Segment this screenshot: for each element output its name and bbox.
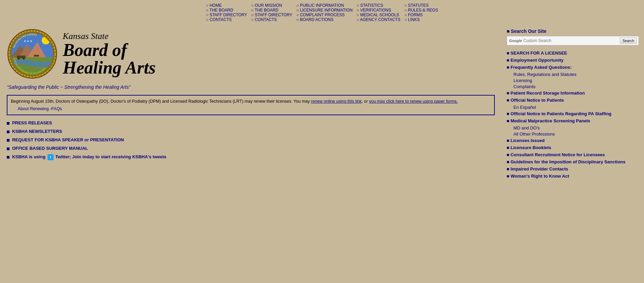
bullet-icon: [7, 122, 9, 125]
bullet-icon: [7, 147, 9, 150]
licenses-issued-section: Licenses Issued: [507, 138, 639, 143]
newsletters-item: KSBHA NEWSLETTERS: [7, 129, 495, 134]
nav-agency-contacts[interactable]: AGENCY CONTACTS: [357, 17, 401, 22]
speaker-link[interactable]: REQUEST FOR KSBHA SPEAKER or PRESENTATIO…: [12, 137, 124, 142]
pa-staffing-link[interactable]: Official Notice to Patients Regarding PA…: [507, 111, 639, 116]
twitter-item: KSBHA is using t Twitter; Join today to …: [7, 154, 495, 160]
nav-the-board[interactable]: THE BOARD: [206, 8, 247, 13]
search-title: Search Our Site: [507, 28, 639, 34]
board-of-text: Board of: [63, 41, 156, 59]
all-professions-link[interactable]: All Other Professions: [513, 132, 639, 137]
left-column: ★ ★ ★ AD ASTRA PER ASPERA KANSAS STATE B…: [0, 28, 502, 181]
womans-right-link[interactable]: Woman's Right to Know Act: [507, 174, 639, 179]
search-title-text: Search Our Site: [511, 28, 546, 34]
nav-bar: HOME THE BOARD STAFF DIRECTORY CONTACTS …: [0, 0, 644, 25]
nav-rules-regs[interactable]: RULES & REGS: [404, 8, 438, 13]
search-input[interactable]: [523, 38, 619, 43]
nav-our-mission[interactable]: OUR MISSION: [251, 3, 292, 8]
twitter-link[interactable]: KSBHA is using t Twitter; Join today to …: [12, 154, 167, 159]
notice-or-text: , or: [362, 99, 369, 104]
licensure-booklets-section: Licensure Booklets: [507, 145, 639, 150]
nav-verifications[interactable]: VERIFICATIONS: [357, 8, 401, 13]
malpractice-section: Medical Malpractice Screening Panels MD …: [507, 118, 639, 137]
nav-the-board-2[interactable]: THE BOARD: [251, 8, 292, 13]
press-releases-link[interactable]: PRESS RELEASES: [12, 120, 52, 125]
search-button[interactable]: Search: [620, 38, 637, 44]
nav-col-2: OUR MISSION THE BOARD STAFF DIRECTORY CO…: [249, 3, 294, 22]
twitter-icon: t: [47, 154, 54, 160]
consultant-recruitment-section: Consultant Recruitment Notice for Licens…: [507, 152, 639, 157]
nav-statistics[interactable]: STATISTICS: [357, 3, 401, 8]
nav-table: HOME THE BOARD STAFF DIRECTORY CONTACTS …: [204, 3, 440, 22]
patient-records-link[interactable]: Patient Record Storage Information: [507, 90, 639, 96]
womans-right-section: Woman's Right to Know Act: [507, 174, 639, 179]
renew-faq-link[interactable]: About Renewing -FAQs: [18, 106, 491, 111]
svg-text:★ ★ ★: ★ ★ ★: [24, 40, 32, 43]
tagline: "Safeguarding the Public ~ Strengthening…: [7, 84, 495, 90]
licensure-booklets-link[interactable]: Licensure Booklets: [507, 145, 639, 150]
employment-link[interactable]: Employment Opportunity: [507, 58, 639, 63]
impaired-provider-link[interactable]: Impaired Provider Contacts: [507, 166, 639, 171]
nav-board-actions[interactable]: BOARD ACTIONS: [296, 17, 353, 22]
faq-complaints-link[interactable]: Complaints: [513, 84, 639, 89]
nav-staff-directory[interactable]: STAFF DIRECTORY: [206, 13, 247, 17]
nav-licensure-info[interactable]: LICENSURE INFORMATION: [296, 8, 353, 13]
renew-paper-link[interactable]: you may click here to renew using paper …: [369, 99, 458, 104]
faq-licensing-link[interactable]: Licensing: [513, 78, 639, 83]
main-wrapper: ★ ★ ★ AD ASTRA PER ASPERA KANSAS STATE B…: [0, 25, 644, 184]
employment-section: Employment Opportunity: [507, 58, 639, 63]
guidelines-section: Guidelines for the Imposition of Discipl…: [507, 159, 639, 164]
nav-contacts[interactable]: CONTACTS: [206, 17, 247, 22]
renew-online-link[interactable]: renew online using this link: [311, 99, 362, 104]
speaker-item: REQUEST FOR KSBHA SPEAKER or PRESENTATIO…: [7, 137, 495, 142]
nav-staff-dir-2[interactable]: STAFF DIRECTORY: [251, 13, 292, 17]
bullet-icon: [7, 130, 9, 133]
nav-col-4: STATISTICS VERIFICATIONS MEDICAL SCHOOLS…: [355, 3, 403, 22]
bullet-icon: [7, 139, 9, 142]
consultant-recruitment-link[interactable]: Consultant Recruitment Notice for Licens…: [507, 152, 639, 157]
guidelines-link[interactable]: Guidelines for the Imposition of Discipl…: [507, 159, 639, 164]
nav-col-1: HOME THE BOARD STAFF DIRECTORY CONTACTS: [204, 3, 249, 22]
impaired-provider-section: Impaired Provider Contacts: [507, 166, 639, 171]
svg-point-11: [23, 58, 25, 60]
surgery-manual-link[interactable]: OFFICE BASED SURGERY MANUAL: [12, 146, 88, 151]
espanol-link[interactable]: En Español: [513, 105, 639, 110]
search-area: Search Our Site Google Search: [507, 28, 639, 45]
search-licensee-section: SEARCH FOR A LICENSEE: [507, 50, 639, 56]
nav-forms[interactable]: FORMS: [404, 13, 438, 17]
google-logo: Google: [509, 39, 522, 43]
nav-public-info[interactable]: PUBLIC INFORMATION: [296, 3, 353, 8]
nav-col-5: STATUTES RULES & REGS FORMS LINKS: [402, 3, 440, 22]
surgery-manual-item: OFFICE BASED SURGERY MANUAL: [7, 146, 495, 151]
kansas-state-text: Kansas State: [63, 31, 156, 41]
press-releases-item: PRESS RELEASES: [7, 120, 495, 125]
logo-area: ★ ★ ★ AD ASTRA PER ASPERA KANSAS STATE B…: [7, 28, 495, 79]
right-column: Search Our Site Google Search SEARCH FOR…: [502, 28, 644, 181]
newsletters-link[interactable]: KSBHA NEWSLETTERS: [12, 129, 62, 134]
official-notice-link[interactable]: Official Notice to Patients: [507, 98, 639, 103]
patient-records-section: Patient Record Storage Information: [507, 90, 639, 96]
faq-section: Frequently Asked Questions: Rules, Regul…: [507, 65, 639, 89]
notice-text: Beginning August 15th, Doctors of Osteop…: [11, 99, 311, 104]
search-licensee-link[interactable]: SEARCH FOR A LICENSEE: [507, 50, 639, 56]
nav-contacts-2[interactable]: CONTACTS: [251, 17, 292, 22]
nav-home[interactable]: HOME: [206, 3, 247, 8]
nav-col-3: PUBLIC INFORMATION LICENSURE INFORMATION…: [294, 3, 355, 22]
svg-point-10: [18, 58, 20, 60]
nav-links[interactable]: LINKS: [404, 17, 438, 22]
notice-box: Beginning August 15th, Doctors of Osteop…: [7, 95, 495, 115]
svg-rect-12: [34, 55, 39, 57]
nav-statutes[interactable]: STATUTES: [404, 3, 438, 8]
healing-arts-text: Healing Arts: [63, 59, 156, 77]
faq-link[interactable]: Frequently Asked Questions:: [507, 65, 639, 70]
search-box-wrapper: Google Search: [507, 36, 639, 45]
licenses-issued-link[interactable]: Licenses Issued: [507, 138, 639, 143]
state-seal: ★ ★ ★ AD ASTRA PER ASPERA KANSAS STATE B…: [7, 28, 58, 79]
bullet-icon: [7, 156, 9, 159]
md-do-link[interactable]: MD and DO's: [513, 125, 639, 130]
nav-complaint-process[interactable]: COMPLAINT PROCESS: [296, 13, 353, 17]
nav-medical-schools[interactable]: MEDICAL SCHOOLS: [357, 13, 401, 17]
faq-rules-link[interactable]: Rules, Regulations and Statutes: [513, 72, 639, 77]
malpractice-link[interactable]: Medical Malpractice Screening Panels: [507, 118, 639, 123]
pa-staffing-section: Official Notice to Patients Regarding PA…: [507, 111, 639, 116]
